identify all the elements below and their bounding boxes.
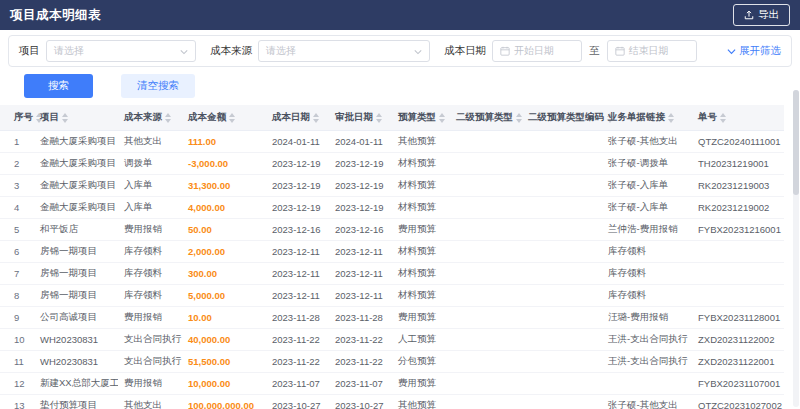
table-row: 11WH20230831支出合同执行51,500.002023-11-22202… [0, 351, 784, 373]
sort-icon [165, 113, 171, 123]
cell-cost-source: 费用报销 [118, 307, 182, 329]
table-row: 13垫付预算项目其他支出100,000,000.002023-10-272023… [0, 395, 784, 409]
cell-doc-no: RK20231219002 [692, 197, 784, 219]
column-label: 项目 [40, 111, 59, 124]
cell-cost-source: 其他支出 [118, 395, 182, 409]
cell-doc-link[interactable]: 张子硕-入库单 [602, 197, 692, 219]
cell-budget-type: 材料预算 [392, 241, 450, 263]
cell-doc-no [692, 241, 784, 263]
cell-approve-date: 2023-11-07 [329, 373, 392, 395]
cell-sub-budget-code [522, 307, 602, 329]
cell-sub-budget-type [450, 263, 522, 285]
start-date-input[interactable]: 开始日期 [492, 40, 582, 62]
column-header-cost-amount[interactable]: 成本金额 [182, 105, 266, 131]
cell-doc-link[interactable]: 汪璐-费用报销 [602, 307, 692, 329]
cell-sub-budget-type [450, 395, 522, 409]
cell-budget-type: 材料预算 [392, 175, 450, 197]
cost-source-filter-label: 成本来源 [210, 44, 252, 58]
column-header-sub-budget-type[interactable]: 二级预算类型 [450, 105, 522, 131]
cell-project: 金融大厦采购项目 [34, 153, 118, 175]
search-button[interactable]: 搜索 [24, 74, 93, 98]
cell-sub-budget-type [450, 285, 522, 307]
table-header-row: 序号项目成本来源成本金额成本日期审批日期预算类型二级预算类型二级预算类型编码业务… [0, 105, 784, 131]
project-select[interactable]: 请选择 [46, 40, 196, 62]
cell-approve-date: 2023-12-11 [329, 241, 392, 263]
cell-cost-source: 库存领料 [118, 263, 182, 285]
cell-cost-amount: 40,000.00 [182, 329, 266, 351]
expand-filter-toggle[interactable]: 展开筛选 [727, 44, 781, 58]
column-label: 二级预算类型编码 [528, 111, 604, 124]
cell-project: 房锦一期项目 [34, 285, 118, 307]
column-header-sub-budget-code[interactable]: 二级预算类型编码 [522, 105, 602, 131]
column-header-doc-link[interactable]: 业务单据链接 [602, 105, 692, 131]
start-date-placeholder: 开始日期 [514, 44, 554, 58]
column-label: 成本金额 [188, 111, 226, 124]
column-label: 成本日期 [272, 111, 310, 124]
table-row: 3金融大厦采购项目入库单31,300.002023-12-192023-12-1… [0, 175, 784, 197]
export-button[interactable]: 导出 [733, 4, 790, 26]
cell-doc-link[interactable]: 王洪-支出合同执行 [602, 329, 692, 351]
cell-doc-link[interactable]: 兰仲浩-费用报销 [602, 219, 692, 241]
column-header-project[interactable]: 项目 [34, 105, 118, 131]
cell-sub-budget-code [522, 197, 602, 219]
cost-detail-table: 序号项目成本来源成本金额成本日期审批日期预算类型二级预算类型二级预算类型编码业务… [0, 105, 800, 409]
cell-cost-source: 支出合同执行 [118, 351, 182, 373]
cell-cost-date: 2024-01-11 [266, 131, 329, 153]
column-header-approve-date[interactable]: 审批日期 [329, 105, 392, 131]
column-header-cost-date[interactable]: 成本日期 [266, 105, 329, 131]
cell-doc-no [692, 263, 784, 285]
cell-budget-type: 人工预算 [392, 329, 450, 351]
end-date-input[interactable]: 结束日期 [607, 40, 697, 62]
cell-sub-budget-code [522, 395, 602, 409]
cell-no: 7 [0, 263, 34, 285]
cell-doc-link[interactable]: 张子硕-其他支出 [602, 395, 692, 409]
cost-source-select[interactable]: 请选择 [258, 40, 430, 62]
cell-doc-link[interactable]: 张子硕-调拨单 [602, 153, 692, 175]
column-header-budget-type[interactable]: 预算类型 [392, 105, 450, 131]
cell-doc-link[interactable]: 张子硕-入库单 [602, 175, 692, 197]
cell-doc-link[interactable]: 张子硕-其他支出 [602, 131, 692, 153]
cell-budget-type: 材料预算 [392, 153, 450, 175]
cell-cost-date: 2023-12-11 [266, 285, 329, 307]
cell-no: 2 [0, 153, 34, 175]
cell-cost-source: 入库单 [118, 197, 182, 219]
cell-budget-type: 材料预算 [392, 197, 450, 219]
cell-approve-date: 2023-12-19 [329, 175, 392, 197]
cell-no: 10 [0, 329, 34, 351]
cell-doc-link[interactable]: 库存领料 [602, 241, 692, 263]
table-row: 8房锦一期项目库存领料5,000.002023-12-112023-12-11材… [0, 285, 784, 307]
cell-approve-date: 2023-11-28 [329, 307, 392, 329]
cell-project: 金融大厦采购项目 [34, 131, 118, 153]
cell-approve-date: 2023-10-27 [329, 395, 392, 409]
table-row: 7房锦一期项目库存领料300.002023-12-112023-12-11材料预… [0, 263, 784, 285]
cell-project: 房锦一期项目 [34, 263, 118, 285]
column-header-doc-no[interactable]: 单号 [692, 105, 784, 131]
cell-approve-date: 2023-12-19 [329, 197, 392, 219]
cell-no: 9 [0, 307, 34, 329]
topbar: 项目成本明细表 导出 [0, 0, 800, 30]
app-window: 项目成本明细表 导出 项目 请选择 成本来源 请选择 成本日期 [0, 0, 800, 409]
clear-search-button[interactable]: 清空搜索 [121, 74, 195, 98]
action-row: 搜索 清空搜索 [0, 67, 800, 105]
cell-sub-budget-type [450, 219, 522, 241]
cell-doc-no [692, 285, 784, 307]
cell-approve-date: 2024-01-11 [329, 131, 392, 153]
cell-cost-source: 入库单 [118, 175, 182, 197]
column-header-no[interactable]: 序号 [0, 105, 34, 131]
cell-approve-date: 2023-11-22 [329, 329, 392, 351]
chevron-down-icon [180, 45, 188, 57]
cell-doc-link[interactable]: 库存领料 [602, 263, 692, 285]
cell-cost-amount: 10,000.00 [182, 373, 266, 395]
sort-icon [720, 113, 726, 123]
column-header-cost-source[interactable]: 成本来源 [118, 105, 182, 131]
cell-sub-budget-type [450, 329, 522, 351]
project-filter-label: 项目 [19, 44, 40, 58]
column-label: 序号 [14, 111, 33, 124]
cell-doc-no: ZXD20231122002 [692, 329, 784, 351]
cell-doc-no: QTZC20240111001 [692, 131, 784, 153]
cell-doc-link[interactable]: 王洪-支出合同执行 [602, 351, 692, 373]
scrollbar-thumb[interactable] [793, 90, 799, 195]
export-label: 导出 [758, 8, 779, 22]
cell-doc-link[interactable]: 库存领料 [602, 285, 692, 307]
filter-bar: 项目 请选择 成本来源 请选择 成本日期 开始日期 至 结束日期 [8, 35, 792, 67]
